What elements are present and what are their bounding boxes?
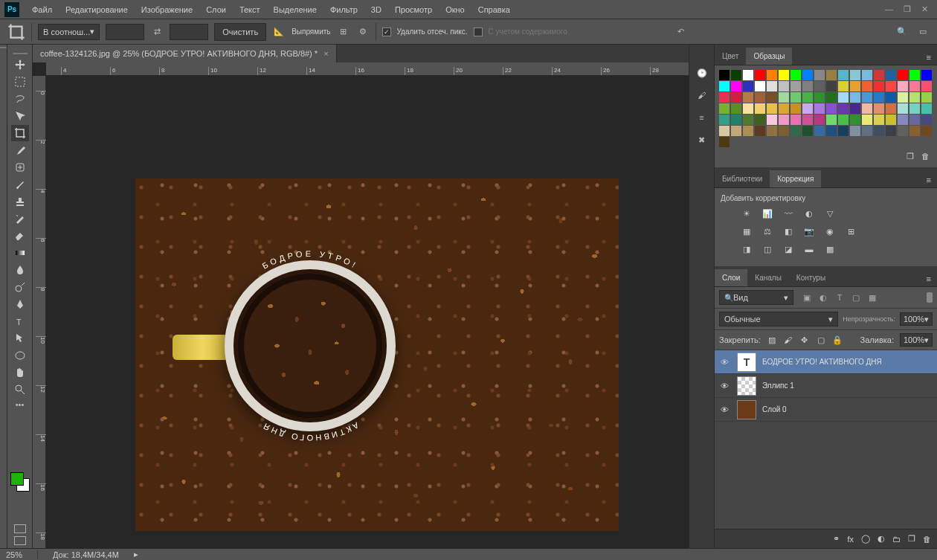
swatch[interactable] <box>921 81 932 91</box>
swatch[interactable] <box>779 70 789 80</box>
height-input[interactable] <box>170 24 208 40</box>
delete-swatch-icon[interactable]: 🗑 <box>921 152 930 161</box>
swatch[interactable] <box>767 92 777 103</box>
swatch[interactable] <box>898 115 908 125</box>
crop-tool[interactable] <box>11 125 29 141</box>
swatch[interactable] <box>743 115 753 125</box>
swatch[interactable] <box>814 115 825 125</box>
swatch[interactable] <box>791 126 801 136</box>
swatch[interactable] <box>779 126 789 136</box>
new-layer-icon[interactable]: ❐ <box>908 534 915 544</box>
new-group-icon[interactable]: 🗀 <box>892 535 901 544</box>
swatch[interactable] <box>921 92 932 103</box>
layer-row[interactable]: 👁Слой 0 <box>715 398 937 422</box>
swatch[interactable] <box>838 115 849 125</box>
filter-type-icon[interactable]: T <box>834 292 846 303</box>
swatch[interactable] <box>755 103 765 114</box>
exposure-icon[interactable]: ◐ <box>802 207 816 220</box>
opacity-value[interactable]: 100%▾ <box>900 312 933 326</box>
swatch[interactable] <box>826 103 837 114</box>
layer-visibility-icon[interactable]: 👁 <box>718 405 731 414</box>
tab-paths[interactable]: Контуры <box>789 269 833 286</box>
swatch[interactable] <box>886 126 896 136</box>
swatch[interactable] <box>802 81 813 91</box>
lasso-tool[interactable] <box>11 91 29 107</box>
swatch[interactable] <box>850 126 860 136</box>
selective-color-icon[interactable]: ▩ <box>823 242 837 256</box>
swatch[interactable] <box>814 103 825 114</box>
filter-adjust-icon[interactable]: ◐ <box>817 292 829 303</box>
collapsed-strip[interactable] <box>0 45 7 548</box>
swatch[interactable] <box>767 103 777 114</box>
clear-button[interactable]: Очистить <box>214 23 266 41</box>
vibrance-icon[interactable]: ▽ <box>823 207 837 220</box>
swatch[interactable] <box>886 92 896 103</box>
history-brush-tool[interactable] <box>11 210 29 227</box>
swatch[interactable] <box>874 70 884 80</box>
swatch[interactable] <box>838 70 849 80</box>
swatch[interactable] <box>731 103 741 114</box>
channel-mixer-icon[interactable]: ◉ <box>823 225 837 238</box>
layer-filter-select[interactable]: 🔍 Вид▾ <box>719 290 793 305</box>
marquee-tool[interactable] <box>11 74 29 90</box>
minimize-icon[interactable]: — <box>885 4 893 14</box>
swatch[interactable] <box>814 81 825 91</box>
swatch[interactable] <box>814 70 825 80</box>
swatch[interactable] <box>755 81 765 91</box>
swatch[interactable] <box>850 103 860 114</box>
shape-tool[interactable] <box>11 347 29 364</box>
tab-channels[interactable]: Каналы <box>747 269 789 286</box>
swatch[interactable] <box>838 126 849 136</box>
swatch[interactable] <box>862 70 872 80</box>
new-fill-icon[interactable]: ◐ <box>878 534 885 544</box>
posterize-icon[interactable]: ◫ <box>761 242 774 256</box>
hand-tool[interactable] <box>11 364 29 381</box>
menu-file[interactable]: Файл <box>25 5 59 14</box>
crop-tool-icon[interactable] <box>7 23 25 41</box>
swatch[interactable] <box>886 70 896 80</box>
lock-all-icon[interactable]: 🔒 <box>832 335 843 345</box>
eraser-tool[interactable] <box>11 228 29 244</box>
swatch[interactable] <box>862 103 872 114</box>
swatch[interactable] <box>850 92 860 103</box>
swatch[interactable] <box>731 92 741 103</box>
straighten-icon[interactable]: 📐 <box>272 25 286 39</box>
layer-thumbnail[interactable]: T <box>737 353 756 372</box>
swatch[interactable] <box>802 92 813 103</box>
grid-overlay-icon[interactable]: ⊞ <box>337 25 350 39</box>
threshold-icon[interactable]: ◪ <box>782 242 795 256</box>
layer-row[interactable]: 👁TБОДРОЕ УТРО! АКТИВНОГО ДНЯ <box>715 350 937 374</box>
tab-libraries[interactable]: Библиотеки <box>715 170 770 187</box>
swatch[interactable] <box>743 103 753 114</box>
status-arrow-icon[interactable]: ▸ <box>134 550 138 559</box>
tab-adjustments[interactable]: Коррекция <box>770 170 821 187</box>
properties-panel-icon[interactable]: ≡ <box>695 110 709 125</box>
blur-tool[interactable] <box>11 262 29 278</box>
zoom-level[interactable]: 25% <box>6 550 22 559</box>
swatch[interactable] <box>779 92 789 103</box>
panel-menu-icon[interactable]: ≡ <box>921 271 937 286</box>
filter-toggle[interactable] <box>927 292 933 303</box>
swatch[interactable] <box>779 103 789 114</box>
menu-3d[interactable]: 3D <box>364 5 388 14</box>
swatch[interactable] <box>791 115 801 125</box>
eyedropper-tool[interactable] <box>11 142 29 158</box>
swatch[interactable] <box>838 92 849 103</box>
swatch[interactable] <box>719 92 730 103</box>
color-swatches[interactable] <box>10 472 30 492</box>
menu-view[interactable]: Просмотр <box>388 5 439 14</box>
swatch[interactable] <box>802 70 813 80</box>
hue-icon[interactable]: ▦ <box>740 225 753 238</box>
swatch[interactable] <box>791 81 801 91</box>
levels-icon[interactable]: 📊 <box>761 207 774 220</box>
swatch[interactable] <box>755 115 765 125</box>
bw-icon[interactable]: ◧ <box>782 225 795 238</box>
link-layers-icon[interactable]: ⚭ <box>833 534 840 544</box>
pen-tool[interactable] <box>11 296 29 312</box>
swatch[interactable] <box>898 92 908 103</box>
layer-thumbnail[interactable] <box>737 400 756 419</box>
swatch[interactable] <box>767 70 777 80</box>
swatch[interactable] <box>826 115 837 125</box>
swatch[interactable] <box>755 92 765 103</box>
swatch[interactable] <box>731 126 741 136</box>
